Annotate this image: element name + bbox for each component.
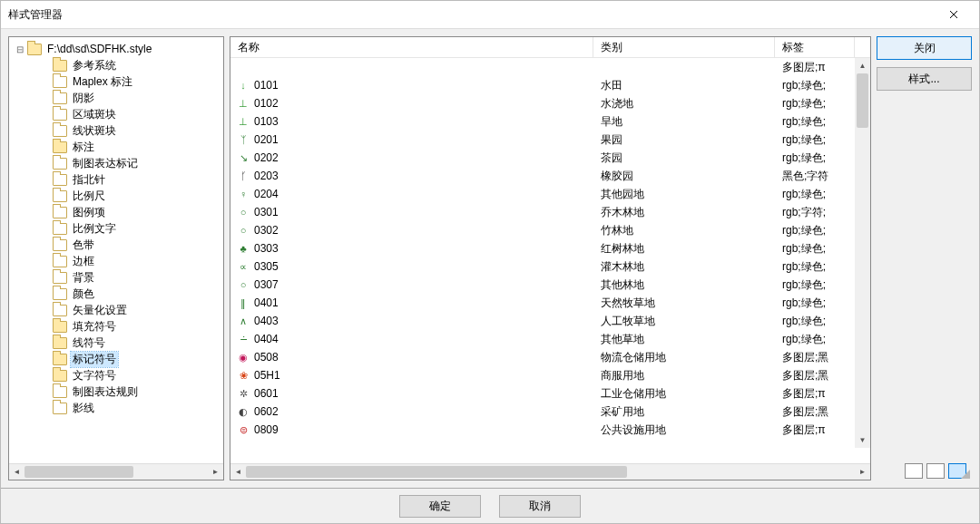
- list-row[interactable]: ♣0303红树林地rgb;绿色;: [230, 239, 855, 257]
- list-row[interactable]: ⊥0103旱地rgb;绿色;: [230, 112, 855, 131]
- tree-item-label: 矢量化设置: [71, 303, 129, 318]
- scroll-left-icon[interactable]: ◄: [9, 464, 24, 480]
- tree-item[interactable]: 色带: [11, 237, 223, 253]
- tree-item[interactable]: 比例尺: [11, 188, 223, 204]
- symbol-icon: ♀: [238, 189, 249, 199]
- cancel-button[interactable]: 取消: [499, 495, 581, 518]
- tree-scroll[interactable]: ⊟ F:\dd\sd\SDFHK.style 参考系统Maplex 标注阴影区域…: [9, 37, 223, 463]
- scroll-thumb[interactable]: [857, 73, 868, 128]
- cell-tags: rgb;绿色;: [775, 241, 855, 257]
- cell-category: 采矿用地: [593, 404, 775, 420]
- tree-item[interactable]: 影线: [11, 400, 223, 416]
- close-button[interactable]: 关闭: [877, 36, 972, 60]
- cell-name: 0101: [254, 79, 279, 92]
- column-name[interactable]: 名称: [230, 37, 593, 57]
- tree-item[interactable]: 标注: [11, 139, 223, 155]
- scroll-right-icon[interactable]: ►: [855, 464, 870, 480]
- tree-item[interactable]: 阴影: [11, 90, 223, 106]
- tree-branch-icon: [31, 256, 51, 267]
- tree-item[interactable]: 区域斑块: [11, 106, 223, 122]
- cell-tags: 多图层;黑: [775, 350, 855, 365]
- list-row[interactable]: ᛉ0201果园rgb;绿色;: [230, 131, 855, 149]
- tree-branch-icon: [31, 158, 51, 169]
- folder-icon: [53, 76, 67, 88]
- view-list[interactable]: [926, 463, 945, 479]
- ok-button[interactable]: 确定: [399, 495, 481, 518]
- symbol-icon: ↘: [238, 152, 249, 163]
- tree-hscrollbar[interactable]: ◄ ►: [9, 463, 223, 480]
- folder-icon: [53, 305, 67, 316]
- cell-tags: 多图层;π: [775, 422, 855, 438]
- cell-name: 0202: [254, 151, 279, 164]
- list-row[interactable]: ◉0508物流仓储用地多图层;黑: [230, 348, 855, 366]
- list-row[interactable]: ✲0601工业仓储用地多图层;π: [230, 384, 855, 403]
- folder-icon: [53, 174, 67, 186]
- list-row[interactable]: ◐0602采矿用地多图层;黑: [230, 403, 855, 421]
- tree-branch-icon: [31, 125, 51, 136]
- list-row[interactable]: ‖0401天然牧草地rgb;绿色;: [230, 294, 855, 312]
- cell-tags: rgb;绿色;: [775, 132, 855, 148]
- list-body[interactable]: 多图层;π ↓0101水田rgb;绿色;⊥0102水浇地rgb;绿色;⊥0103…: [230, 58, 870, 463]
- footer: 确定 取消: [1, 488, 979, 523]
- folder-icon: [53, 403, 67, 414]
- folder-icon: [53, 207, 67, 218]
- window-close-button[interactable]: [936, 2, 972, 27]
- folder-icon: [53, 125, 67, 137]
- list-row[interactable]: ∝0305灌木林地rgb;绿色;: [230, 257, 855, 276]
- list-row[interactable]: ♀0204其他园地rgb;绿色;: [230, 185, 855, 203]
- scroll-down-icon[interactable]: ▼: [855, 432, 870, 448]
- scroll-up-icon[interactable]: ▲: [855, 58, 870, 73]
- tree-item-label: 阴影: [71, 91, 96, 106]
- scroll-right-icon[interactable]: ►: [208, 464, 223, 480]
- tree-item[interactable]: 制图表达规则: [11, 383, 223, 400]
- symbol-icon: ◉: [238, 352, 249, 363]
- list-hscrollbar[interactable]: ◄ ►: [230, 463, 870, 480]
- tree-root[interactable]: ⊟ F:\dd\sd\SDFHK.style: [11, 41, 223, 57]
- tree-branch-icon: [31, 190, 51, 201]
- side-panel: 关闭 样式...: [877, 36, 972, 480]
- tree-item[interactable]: 指北针: [11, 171, 223, 188]
- list-row[interactable]: ∸0404其他草地rgb;绿色;: [230, 330, 855, 348]
- list-row[interactable]: ᚴ0203橡胶园黑色;字符: [230, 167, 855, 185]
- list-row[interactable]: ⊜0809公共设施用地多图层;π: [230, 421, 855, 439]
- scroll-left-icon[interactable]: ◄: [230, 464, 246, 480]
- tree-item[interactable]: 背景: [11, 269, 223, 286]
- list-row[interactable]: ↓0101水田rgb;绿色;: [230, 76, 855, 94]
- tree-item[interactable]: 图例项: [11, 204, 223, 220]
- tree-item[interactable]: 线符号: [11, 335, 223, 351]
- collapse-icon[interactable]: ⊟: [15, 44, 25, 54]
- list-row[interactable]: ○0302竹林地rgb;绿色;: [230, 221, 855, 239]
- tree-item[interactable]: 标记符号: [11, 351, 223, 367]
- cell-tags: rgb;字符;: [775, 205, 855, 220]
- cell-name: 0307: [254, 278, 279, 291]
- tree-item[interactable]: 边框: [11, 253, 223, 269]
- resize-grip[interactable]: [959, 468, 970, 479]
- tree-item[interactable]: 制图表达标记: [11, 155, 223, 171]
- tree-item[interactable]: 参考系统: [11, 57, 223, 73]
- list-vscrollbar[interactable]: ▲ ▼: [855, 58, 870, 448]
- tree-item[interactable]: 线状斑块: [11, 122, 223, 139]
- scroll-thumb[interactable]: [24, 466, 133, 478]
- list-row[interactable]: ❀05H1商服用地多图层;黑: [230, 366, 855, 384]
- view-large-icons[interactable]: [905, 463, 923, 479]
- tree-item[interactable]: 矢量化设置: [11, 302, 223, 318]
- tree-item[interactable]: 文字符号: [11, 367, 223, 383]
- list-row[interactable]: ○0301乔木林地rgb;字符;: [230, 203, 855, 221]
- tree-item[interactable]: 比例文字: [11, 220, 223, 237]
- tree-item[interactable]: Maplex 标注: [11, 73, 223, 90]
- tree-item-label: Maplex 标注: [71, 74, 134, 90]
- column-tags[interactable]: 标签: [775, 37, 855, 57]
- list-row[interactable]: ⊥0102水浇地rgb;绿色;: [230, 94, 855, 112]
- tree-item[interactable]: 填充符号: [11, 318, 223, 335]
- list-row[interactable]: ∧0403人工牧草地rgb;绿色;: [230, 312, 855, 330]
- tree-branch-icon: [31, 272, 51, 283]
- list-row[interactable]: ○0307其他林地rgb;绿色;: [230, 276, 855, 294]
- tree-panel: ⊟ F:\dd\sd\SDFHK.style 参考系统Maplex 标注阴影区域…: [8, 36, 224, 480]
- tree-item-label: 背景: [71, 270, 96, 286]
- scroll-thumb[interactable]: [246, 466, 627, 478]
- folder-icon: [53, 190, 67, 202]
- tree-item[interactable]: 颜色: [11, 286, 223, 302]
- list-row[interactable]: ↘0202茶园rgb;绿色;: [230, 149, 855, 167]
- styles-button[interactable]: 样式...: [877, 67, 972, 91]
- column-category[interactable]: 类别: [593, 37, 775, 57]
